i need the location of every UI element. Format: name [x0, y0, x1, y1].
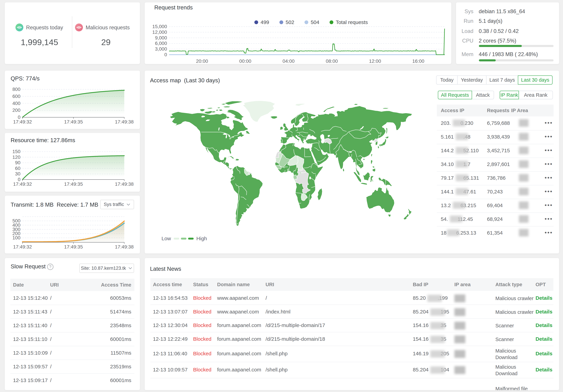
svg-text:3,000: 3,000 — [155, 46, 167, 52]
svg-text:16:00: 16:00 — [412, 59, 424, 64]
svg-text:0: 0 — [164, 52, 167, 57]
svg-text:00:00: 00:00 — [239, 59, 251, 64]
svg-text:400: 400 — [12, 101, 20, 106]
svg-text:200: 200 — [12, 108, 20, 113]
svg-text:17:49:38: 17:49:38 — [115, 119, 134, 124]
svg-text:17:49:35: 17:49:35 — [64, 244, 83, 249]
svg-text:12,000: 12,000 — [152, 29, 167, 35]
svg-text:17:49:38: 17:49:38 — [115, 244, 134, 249]
svg-text:90: 90 — [15, 160, 20, 165]
svg-text:17:49:35: 17:49:35 — [64, 119, 83, 124]
svg-text:17:49:32: 17:49:32 — [13, 119, 32, 124]
svg-text:20:00: 20:00 — [196, 59, 208, 64]
svg-text:15,000: 15,000 — [152, 24, 167, 29]
svg-text:12:00: 12:00 — [369, 59, 381, 64]
svg-text:9,000: 9,000 — [155, 35, 167, 40]
svg-text:17:49:32: 17:49:32 — [13, 244, 32, 249]
svg-text:800: 800 — [12, 86, 20, 92]
svg-text:04:00: 04:00 — [282, 59, 294, 64]
svg-text:120: 120 — [12, 155, 20, 160]
svg-text:600: 600 — [12, 94, 20, 99]
svg-text:60: 60 — [15, 166, 20, 171]
svg-text:?: ? — [49, 265, 51, 269]
svg-text:17:49:32: 17:49:32 — [13, 182, 32, 187]
svg-text:150: 150 — [12, 149, 20, 154]
svg-text:500: 500 — [12, 218, 20, 223]
svg-text:6,000: 6,000 — [155, 41, 167, 46]
svg-text:17:49:38: 17:49:38 — [115, 182, 134, 187]
svg-text:17:49:35: 17:49:35 — [64, 182, 83, 187]
svg-text:30: 30 — [15, 171, 20, 176]
svg-text:08:00: 08:00 — [326, 59, 338, 64]
